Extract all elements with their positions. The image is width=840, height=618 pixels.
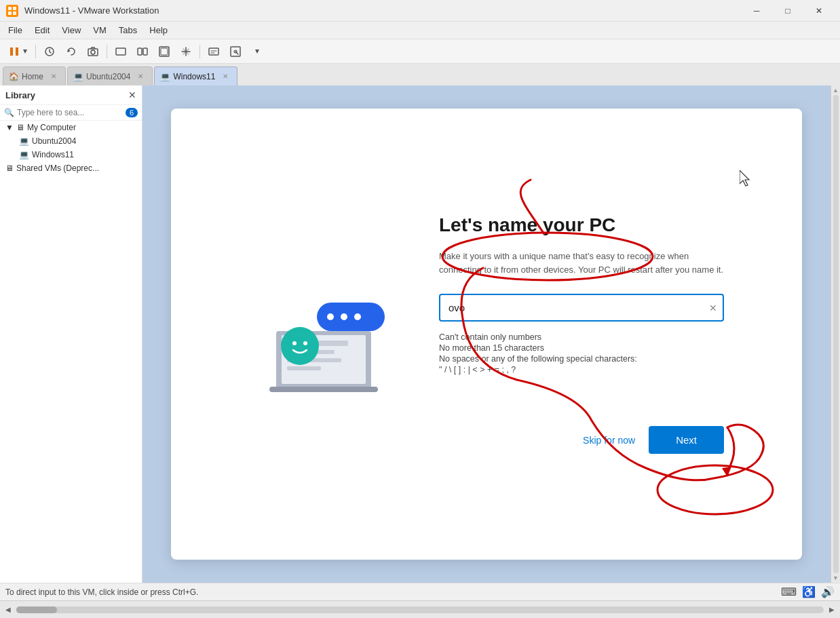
tree-label-my-computer: My Computer xyxy=(27,123,76,132)
view-options-dropdown[interactable] xyxy=(248,42,267,61)
vm-card: Let's name your PC Make it yours with a … xyxy=(171,109,802,560)
tab-windows11[interactable]: 💻 Windows11 ✕ xyxy=(154,66,237,85)
svg-rect-13 xyxy=(138,48,142,55)
svg-rect-3 xyxy=(8,12,12,15)
hint-numbers: Can't contain only numbers xyxy=(439,332,724,342)
tree-item-my-computer[interactable]: ▼ 🖥 My Computer xyxy=(0,121,142,134)
tab-windows11-label: Windows11 xyxy=(173,72,215,81)
separator-1 xyxy=(35,45,36,58)
revert-button[interactable] xyxy=(62,42,81,61)
windows11-icon: 💻 xyxy=(160,72,170,81)
svg-rect-6 xyxy=(16,47,18,56)
tree-label-shared-vms: Shared VMs (Deprec... xyxy=(16,163,99,173)
search-input[interactable] xyxy=(17,108,123,117)
hint-length: No more than 15 characters xyxy=(439,343,724,353)
volume-icon: 🔊 xyxy=(821,585,835,598)
accessibility-icon: ♿ xyxy=(802,585,816,598)
menu-bar: File Edit View VM Tabs Help xyxy=(0,22,840,39)
menu-tabs[interactable]: Tabs xyxy=(113,24,142,37)
tab-bar: 🏠 Home ✕ 💻 Ubuntu2004 ✕ 💻 Windows11 ✕ xyxy=(0,64,840,85)
split-view-button[interactable] xyxy=(133,42,152,61)
app-icon xyxy=(5,4,19,18)
tab-ubuntu[interactable]: 💻 Ubuntu2004 ✕ xyxy=(67,66,153,85)
computer-icon: 🖥 xyxy=(16,123,24,132)
tree-item-windows11[interactable]: 💻 Windows11 xyxy=(0,148,142,161)
svg-marker-9 xyxy=(68,50,71,52)
tab-windows11-close[interactable]: ✕ xyxy=(221,72,230,81)
sidebar-title: Library xyxy=(5,90,35,100)
svg-point-29 xyxy=(327,313,334,320)
svg-marker-7 xyxy=(23,50,27,54)
svg-point-30 xyxy=(341,313,347,320)
svg-rect-0 xyxy=(6,5,18,17)
tree-label-windows11: Windows11 xyxy=(32,150,74,159)
window-title: Windows11 - VMware Workstation xyxy=(24,5,736,16)
menu-vm[interactable]: VM xyxy=(88,24,112,37)
vm-content-area[interactable]: Let's name your PC Make it yours with a … xyxy=(142,85,831,583)
menu-view[interactable]: View xyxy=(56,24,86,37)
bottom-bar: ◀ ▶ xyxy=(0,600,840,618)
action-row: Skip for now Next xyxy=(439,426,724,454)
svg-rect-1 xyxy=(8,7,12,10)
snapshot-button[interactable] xyxy=(40,42,59,61)
stretch-button[interactable] xyxy=(155,42,174,61)
scroll-right-button[interactable]: ▶ xyxy=(829,606,835,613)
autofit-button[interactable] xyxy=(176,42,195,61)
pc-name-input[interactable] xyxy=(439,294,724,322)
minimize-button[interactable]: ─ xyxy=(741,0,772,22)
tab-home-close[interactable]: ✕ xyxy=(49,72,58,81)
menu-file[interactable]: File xyxy=(3,24,28,37)
sidebar: Library ✕ 🔍 6 ▼ 🖥 My Computer 💻 Ubuntu20… xyxy=(0,85,142,583)
horizontal-scrollbar[interactable] xyxy=(16,606,824,613)
hint-list: Can't contain only numbers No more than … xyxy=(439,332,724,374)
svg-rect-14 xyxy=(143,48,147,55)
expand-icon: ▼ xyxy=(5,123,14,132)
send-ctrl-alt-del-button[interactable] xyxy=(204,42,223,61)
menu-edit[interactable]: Edit xyxy=(29,24,55,37)
svg-point-31 xyxy=(354,313,361,320)
ubuntu-vm-icon: 💻 xyxy=(19,136,29,146)
tab-ubuntu-close[interactable]: ✕ xyxy=(136,72,145,81)
status-right: ⌨ ♿ 🔊 xyxy=(781,585,835,598)
status-bar: To direct input to this VM, click inside… xyxy=(0,583,840,600)
svg-point-34 xyxy=(303,341,307,345)
scroll-left-button[interactable]: ◀ xyxy=(5,606,11,613)
next-button[interactable]: Next xyxy=(649,426,724,454)
scrollbar-thumb xyxy=(16,606,57,613)
search-icon: 🔍 xyxy=(4,108,14,117)
main-layout: Library ✕ 🔍 6 ▼ 🖥 My Computer 💻 Ubuntu20… xyxy=(0,85,840,583)
svg-point-11 xyxy=(91,50,95,54)
windows11-vm-icon: 💻 xyxy=(19,150,29,159)
fullscreen-button[interactable] xyxy=(111,42,130,61)
hint-special-chars: " / \ [ ] : | < > + = ; , ? xyxy=(439,365,724,374)
view-options-button[interactable] xyxy=(226,42,245,61)
sidebar-header: Library ✕ xyxy=(0,85,142,105)
window-controls: ─ □ ✕ xyxy=(741,0,835,22)
separator-3 xyxy=(199,45,200,58)
svg-rect-26 xyxy=(287,366,321,370)
svg-rect-17 xyxy=(209,48,218,55)
tree-item-ubuntu[interactable]: 💻 Ubuntu2004 xyxy=(0,134,142,148)
shared-vms-icon: 🖥 xyxy=(5,163,14,173)
tab-home[interactable]: 🏠 Home ✕ xyxy=(3,66,66,85)
pause-button[interactable] xyxy=(5,44,31,59)
hint-spaces: No spaces or any of the following specia… xyxy=(439,354,724,364)
right-scrollbar[interactable]: ▲ ▼ xyxy=(831,85,840,583)
sidebar-close-button[interactable]: ✕ xyxy=(128,90,136,100)
keyboard-icon: ⌨ xyxy=(781,585,797,598)
take-snapshot-button[interactable] xyxy=(83,42,102,61)
skip-button[interactable]: Skip for now xyxy=(583,435,635,446)
separator-2 xyxy=(107,45,107,58)
input-clear-button[interactable]: ✕ xyxy=(709,303,717,313)
svg-rect-12 xyxy=(116,48,126,55)
tree-item-shared-vms[interactable]: 🖥 Shared VMs (Deprec... xyxy=(0,161,142,175)
illustration xyxy=(249,263,398,406)
svg-rect-4 xyxy=(13,12,16,15)
maximize-button[interactable]: □ xyxy=(772,0,803,22)
menu-help[interactable]: Help xyxy=(144,24,173,37)
status-message: To direct input to this VM, click inside… xyxy=(5,587,198,597)
svg-marker-20 xyxy=(255,50,259,54)
svg-rect-27 xyxy=(269,387,378,392)
close-button[interactable]: ✕ xyxy=(803,0,835,22)
tab-home-label: Home xyxy=(22,72,43,81)
